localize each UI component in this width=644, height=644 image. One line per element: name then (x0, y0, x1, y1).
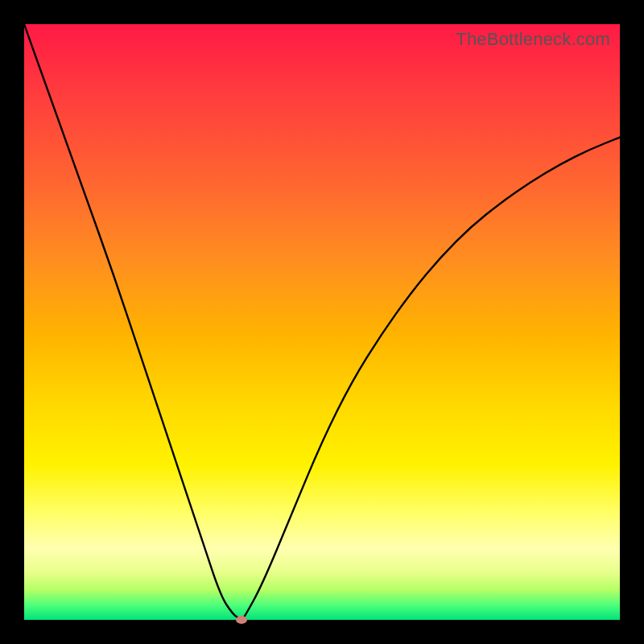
bottleneck-marker (236, 616, 247, 624)
bottleneck-curve (24, 24, 620, 620)
watermark-text: TheBottleneck.com (456, 29, 610, 50)
chart-frame: TheBottleneck.com (0, 0, 644, 644)
plot-area: TheBottleneck.com (24, 24, 620, 620)
curve-path (24, 24, 620, 619)
